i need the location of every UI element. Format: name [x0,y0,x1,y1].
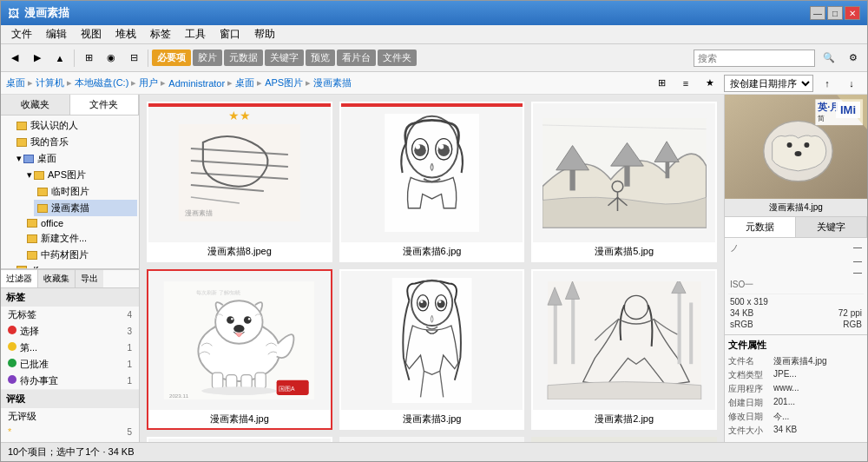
maximize-button[interactable]: □ [827,6,843,20]
file-props-title: 文件属性 [728,339,864,352]
nav-up-button[interactable]: ▲ [49,48,70,69]
thumb-img-7: paps [148,439,331,442]
svg-rect-55 [677,294,681,365]
filter-second-label[interactable]: 第... 1 [1,340,139,356]
view-list-button[interactable]: ≡ [675,73,696,94]
svg-point-28 [227,316,235,324]
breadcrumb-desktop[interactable]: 桌面 [6,76,25,89]
thumb-item-3[interactable]: 漫画素描5.jpg [531,102,717,262]
breadcrumb-desktop2[interactable]: 桌面 [235,76,254,89]
filter-select-label[interactable]: 选择 3 [1,323,139,340]
view-grid-button[interactable]: ⊞ [651,73,672,94]
filter-approved-label[interactable]: 已批准 1 [1,356,139,373]
breadcrumb-manga[interactable]: 漫画素描 [313,76,352,89]
thumb-label-3: 漫画素描5.jpg [533,242,715,261]
filter-labels-header[interactable]: 标签 [1,288,139,307]
tree-my-people[interactable]: 我认识的人 [13,117,137,134]
file-prop-modified: 修改日期 今... [728,411,864,423]
meta-tag[interactable]: 元数据 [224,50,263,66]
tree-office[interactable]: office [23,216,137,230]
meta-row-iso: ISO一 [728,278,864,292]
filter-no-rating[interactable]: 无评级 [1,408,139,425]
sort-asc-button[interactable]: ↑ [817,73,838,94]
toolbar-icon-btn-3[interactable]: ⊟ [123,48,144,69]
filter-no-label[interactable]: 无标签 4 [1,307,139,323]
svg-point-75 [795,151,802,156]
thumb-item-1[interactable]: ★★ 漫画素描 漫画素描8.jpeg [147,102,332,262]
tree-temp-pics[interactable]: 临时图片 [34,183,137,200]
menu-view[interactable]: 视图 [74,25,108,43]
tree-desktop[interactable]: ▾ 桌面 [13,150,137,167]
filter-rating-header[interactable]: 评级 [1,390,139,408]
star-button[interactable]: ★ [700,73,720,94]
preview-area: 英·月 简 IMi [725,95,867,199]
search-area: 🔍 ⚙ [694,48,864,69]
settings-icon[interactable]: ⚙ [843,48,864,69]
filter-tab-collection[interactable]: 收藏集 [38,270,76,287]
tree-herb-pics[interactable]: 中药材图片 [23,247,137,263]
preview-tag[interactable]: 预览 [306,50,335,66]
thumb-item-7[interactable]: paps 漫画素描1 [147,437,332,442]
meta-tab-keywords[interactable]: 关键字 [796,217,867,237]
thumb-item-5[interactable]: 漫画素描3.jpg [339,269,525,430]
menu-file[interactable]: 文件 [4,25,39,43]
tree-aps-pics[interactable]: ▾ APS图片 [23,167,137,183]
search-input[interactable] [694,50,815,67]
filter-todo-label[interactable]: 待办事宜 1 [1,373,139,389]
svg-point-30 [232,318,233,320]
svg-rect-18 [624,166,629,187]
file-prop-created: 创建日期 201... [728,397,864,409]
menu-edit[interactable]: 编辑 [39,25,74,43]
toolbar-icon-btn-1[interactable]: ⊞ [78,48,99,69]
tree-my-music[interactable]: 我的音乐 [13,134,137,150]
filter-rating-section: 评级 无评级 * 5 ** [1,390,139,442]
breadcrumb-admin[interactable]: Administrator [168,78,225,89]
svg-rect-52 [554,305,557,364]
svg-rect-57 [193,442,286,443]
breadcrumb-users[interactable]: 用户 [139,76,158,89]
thumb-img-6 [533,271,715,410]
breadcrumb-computer[interactable]: 计算机 [36,76,64,89]
kanta-tag[interactable]: 看片台 [337,50,376,66]
filecmp-tag[interactable]: 文件夹 [378,50,417,66]
svg-point-32 [234,325,245,333]
filter-tab-filter[interactable]: 过滤器 [1,270,38,287]
filter-1star[interactable]: * 5 [1,425,139,439]
toolbar-icon-btn-2[interactable]: ◉ [101,48,122,69]
window-controls: — □ ✕ [810,6,860,20]
film-tag[interactable]: 胶片 [193,50,222,66]
folder-icon [37,188,48,196]
thumb-item-2[interactable]: 漫画素描6.jpg [339,102,525,262]
sort-desc-button[interactable]: ↓ [841,73,862,94]
svg-text:2023.11: 2023.11 [169,393,189,399]
menu-label[interactable]: 标签 [143,25,178,43]
svg-point-14 [439,144,444,148]
tab-favorites[interactable]: 收藏夹 [1,95,70,115]
meta-tab-metadata[interactable]: 元数据 [725,217,796,237]
tree-new-folder[interactable]: 新建文件... [23,230,137,247]
thumb-item-4[interactable]: 每次刷新 了解/知晓 [147,269,332,430]
nav-back-button[interactable]: ◀ [4,48,25,69]
menu-window[interactable]: 窗口 [213,25,247,43]
menu-help[interactable]: 帮助 [247,25,282,43]
svg-rect-56 [689,302,693,364]
minimize-button[interactable]: — [810,6,825,20]
tab-folders[interactable]: 文件夹 [70,95,140,115]
required-tag[interactable]: 必要项 [152,50,191,66]
menu-stack[interactable]: 堆栈 [108,25,143,43]
thumb-label-6: 漫画素描2.jpg [533,410,715,428]
sort-dropdown[interactable]: 按创建日期排序 [724,75,813,92]
tree-manga-selected[interactable]: 漫画素描 [34,200,137,216]
thumb-label-5: 漫画素描3.jpg [341,410,523,428]
filter-tab-export[interactable]: 导出 [76,270,103,287]
sketch-svg-3 [542,117,707,228]
nav-forward-button[interactable]: ▶ [27,48,48,69]
menu-tools[interactable]: 工具 [178,25,213,43]
thumb-item-6[interactable]: 漫画素描2.jpg [531,269,717,430]
close-button[interactable]: ✕ [845,6,860,20]
keyword-tag[interactable]: 关键字 [265,50,304,66]
search-icon[interactable]: 🔍 [819,48,839,69]
breadcrumb-aps[interactable]: APS图片 [265,76,303,89]
breadcrumb-disk[interactable]: 本地磁盘(C:) [75,76,128,89]
filter-tabs: 过滤器 收藏集 导出 [1,269,139,288]
